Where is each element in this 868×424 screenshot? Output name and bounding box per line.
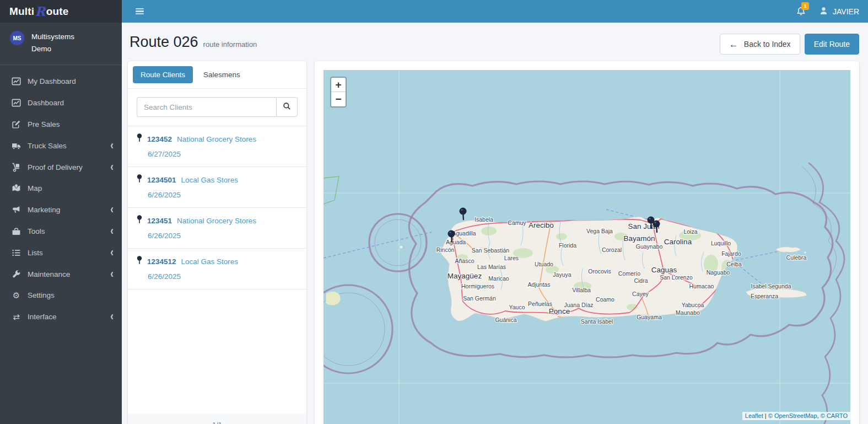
client-list: 123452 National Grocery Stores 6/27/2025… bbox=[128, 126, 306, 289]
user-icon bbox=[819, 6, 828, 17]
pagination[interactable]: 1/1 bbox=[128, 414, 306, 424]
map-pin-icon bbox=[137, 133, 142, 144]
zoom-in-button[interactable]: + bbox=[331, 78, 346, 92]
chevron-left-icon: ‹ bbox=[110, 247, 114, 259]
page-subtitle: route information bbox=[203, 40, 257, 49]
sidebar-item-tools[interactable]: Tools ‹ bbox=[0, 221, 122, 242]
app-logo[interactable]: MultiRoute bbox=[0, 0, 122, 23]
town-label: Yauco bbox=[509, 304, 525, 310]
logo-text-multi: Multi bbox=[9, 6, 34, 18]
town-label: Guaynabo bbox=[636, 243, 663, 250]
edit-route-button[interactable]: Edit Route bbox=[805, 34, 859, 55]
town-label: Santa Isabel bbox=[581, 318, 613, 325]
tab-salesmens[interactable]: Salesmens bbox=[196, 66, 248, 83]
client-name: Local Gas Stores bbox=[181, 257, 239, 266]
town-label: Villalba bbox=[572, 287, 591, 293]
sidebar-item-map[interactable]: Map bbox=[0, 178, 122, 200]
town-label: Cayey bbox=[632, 291, 649, 297]
town-label: Mayagüez bbox=[448, 272, 482, 280]
town-label: Maunabo bbox=[676, 309, 700, 316]
client-date: 6/27/2025 bbox=[148, 150, 298, 158]
sidebar-item-my-dashboard[interactable]: My Dashboard bbox=[0, 71, 122, 93]
town-label: Aguadilla bbox=[452, 230, 476, 237]
leaflet-link[interactable]: Leaflet bbox=[745, 412, 763, 419]
top-navbar: 1 JAVIER bbox=[122, 0, 868, 23]
leaflet-map[interactable]: IsabelaCamuyAreciboAguadillaAguadaRincón… bbox=[324, 70, 850, 424]
zoom-out-button[interactable]: − bbox=[331, 92, 346, 106]
sidebar: MultiRoute MS Multisystems Demo My Dashb… bbox=[0, 0, 122, 424]
chart-line-icon bbox=[11, 98, 21, 108]
sidebar-item-dashboard[interactable]: Dashboard bbox=[0, 92, 122, 114]
logo-text-r: R bbox=[35, 4, 45, 19]
town-label: Fajardo bbox=[721, 250, 741, 257]
search-clients-input[interactable] bbox=[137, 97, 276, 117]
sidebar-item-maintenance[interactable]: Maintenance ‹ bbox=[0, 264, 122, 285]
town-label: Corozal bbox=[602, 246, 622, 253]
town-label: Esperanza bbox=[751, 293, 778, 299]
truck-icon bbox=[11, 141, 21, 151]
map-pin-icon bbox=[137, 256, 142, 267]
map-marked-icon bbox=[11, 184, 21, 193]
town-label: Comerío bbox=[618, 270, 640, 277]
town-label: Las Marías bbox=[477, 264, 506, 270]
dolly-icon bbox=[11, 163, 21, 172]
sidebar-item-truck-sales[interactable]: Truck Sales ‹ bbox=[0, 135, 122, 157]
client-date: 6/26/2025 bbox=[148, 191, 298, 199]
town-label: Caguas bbox=[651, 266, 677, 274]
toolbox-icon bbox=[11, 227, 21, 236]
tab-route-clients[interactable]: Route Clients bbox=[133, 66, 193, 83]
wrench-icon bbox=[11, 270, 21, 279]
arrow-left-icon: ← bbox=[729, 40, 738, 49]
town-label: Peñuelas bbox=[528, 300, 552, 307]
search-button[interactable] bbox=[276, 97, 298, 117]
chevron-left-icon: ‹ bbox=[110, 268, 114, 280]
town-label: Yabucoa bbox=[682, 302, 704, 308]
mona-island bbox=[326, 292, 341, 305]
hamburger-menu-icon[interactable] bbox=[132, 5, 147, 18]
town-label: Vega Baja bbox=[586, 228, 613, 234]
town-label: Rincón bbox=[436, 246, 455, 253]
user-panel: MS Multisystems Demo bbox=[0, 23, 122, 65]
bullhorn-icon bbox=[11, 205, 21, 214]
client-list-item[interactable]: 123451 National Grocery Stores 6/26/2025 bbox=[128, 208, 306, 249]
client-date: 6/26/2025 bbox=[148, 272, 298, 281]
town-label: Hormigueros bbox=[461, 283, 494, 289]
org-name: Multisystems Demo bbox=[31, 31, 89, 56]
town-label: Coamo bbox=[596, 296, 614, 303]
client-id: 123452 bbox=[147, 135, 172, 143]
search-icon bbox=[283, 102, 291, 112]
client-list-item[interactable]: 123452 National Grocery Stores 6/27/2025 bbox=[128, 126, 306, 167]
exchange-icon: ⇄ bbox=[11, 312, 21, 321]
avatar: MS bbox=[10, 31, 24, 45]
town-label: Guánica bbox=[495, 316, 516, 323]
sidebar-item-lists[interactable]: Lists ‹ bbox=[0, 242, 122, 264]
town-label: San Sebastián bbox=[472, 247, 509, 254]
town-label: Cidra bbox=[634, 277, 648, 284]
sidebar-item-interface[interactable]: ⇄ Interface ‹ bbox=[0, 306, 122, 328]
back-to-index-button[interactable]: ← Back to Index bbox=[720, 34, 800, 55]
carto-link[interactable]: © CARTO bbox=[821, 412, 848, 419]
map-attribution: Leaflet | © OpenStreetMap, © CARTO bbox=[742, 412, 850, 420]
client-id: 1234501 bbox=[147, 176, 176, 184]
gear-icon: ⚙ bbox=[11, 291, 21, 300]
map-zoom-control: + − bbox=[330, 77, 347, 108]
islet bbox=[804, 251, 806, 254]
sidebar-item-proof-of-delivery[interactable]: Proof of Delivery ‹ bbox=[0, 157, 122, 178]
town-label: Jayuya bbox=[553, 271, 571, 278]
town-label: Arecibo bbox=[529, 221, 554, 229]
town-label: Juana Díaz bbox=[564, 302, 593, 308]
sidebar-item-settings[interactable]: ⚙ Settings bbox=[0, 285, 122, 307]
edit-icon bbox=[11, 120, 21, 129]
town-label: Camuy bbox=[508, 219, 526, 226]
sidebar-item-marketing[interactable]: Marketing ‹ bbox=[0, 199, 122, 221]
chevron-left-icon: ‹ bbox=[110, 140, 114, 152]
sidebar-item-pre-sales[interactable]: Pre Sales bbox=[0, 114, 122, 135]
client-list-item[interactable]: 1234512 Local Gas Stores 6/26/2025 bbox=[128, 249, 306, 289]
app-window: MultiRoute MS Multisystems Demo My Dashb… bbox=[0, 0, 868, 424]
osm-link[interactable]: © OpenStreetMap bbox=[768, 412, 817, 419]
client-list-item[interactable]: 1234501 Local Gas Stores 6/26/2025 bbox=[128, 167, 306, 208]
notifications-button[interactable]: 1 bbox=[796, 7, 806, 18]
user-menu[interactable]: JAVIER bbox=[819, 6, 859, 17]
client-name: Local Gas Stores bbox=[181, 176, 239, 184]
client-date: 6/26/2025 bbox=[148, 232, 298, 240]
